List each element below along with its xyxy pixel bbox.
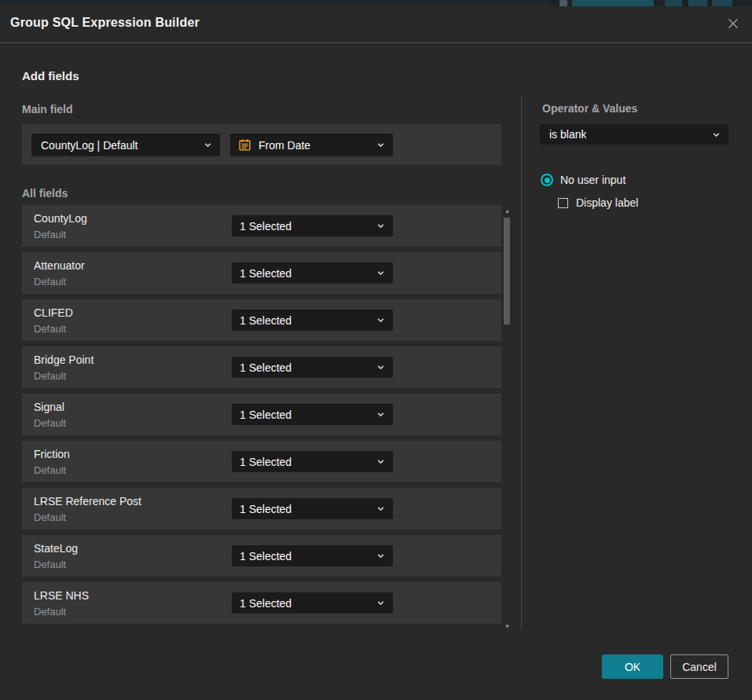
dropdown-value: 1 Selected [240,550,292,563]
field-subtitle: Default [34,464,66,476]
chevron-down-icon [376,363,385,372]
field-row: LRSE NHS Default 1 Selected [22,582,501,624]
field-subtitle: Default [34,323,66,335]
chevron-down-icon [376,410,385,419]
field-row: Signal Default 1 Selected [22,394,501,435]
group-sql-expression-builder-dialog: Group SQL Expression Builder Add fields … [0,6,752,700]
chevron-down-icon [376,457,385,466]
field-row: Friction Default 1 Selected [22,441,501,482]
chevron-down-icon [376,269,385,277]
main-field-source-dropdown[interactable]: CountyLog | Default [31,134,220,156]
field-name: Bridge Point [34,354,94,366]
all-fields-list: CountyLog Default 1 Selected Attenuator … [22,205,501,624]
field-selection-dropdown[interactable]: 1 Selected [232,262,393,284]
field-selection-dropdown[interactable]: 1 Selected [232,404,393,425]
field-subtitle: Default [34,559,66,570]
field-name: CountyLog [34,212,87,225]
field-row: Bridge Point Default 1 Selected [22,346,501,388]
field-name: CLIFED [34,306,73,319]
dropdown-value: is blank [549,128,586,141]
chevron-down-icon [712,130,721,139]
background-app-fragment [559,0,567,6]
chevron-down-icon [376,504,385,513]
vertical-divider [521,96,522,630]
field-row: LRSE Reference Post Default 1 Selected [22,488,501,530]
no-user-input-option[interactable]: No user input [541,174,625,186]
operator-dropdown[interactable]: is blank [540,124,728,145]
main-field-panel: CountyLog | Default From Date [22,124,501,165]
dropdown-value: 1 Selected [240,267,292,280]
chevron-down-icon [376,599,385,607]
chevron-down-icon [376,552,385,560]
scroll-down-arrow[interactable]: ▾ [502,622,512,630]
dropdown-value: 1 Selected [240,314,292,327]
field-subtitle: Default [34,370,66,382]
field-subtitle: Default [34,276,66,288]
field-subtitle: Default [34,511,66,523]
screen: Group SQL Expression Builder Add fields … [0,0,752,700]
field-row: Attenuator Default 1 Selected [22,252,501,294]
scrollbar[interactable]: ▴ ▾ [502,203,512,630]
dropdown-value: 1 Selected [240,361,292,374]
dropdown-value: 1 Selected [240,503,292,515]
display-label-label: Display label [576,196,638,209]
field-selection-dropdown[interactable]: 1 Selected [232,545,393,566]
add-fields-heading: Add fields [22,69,79,82]
dropdown-value: 1 Selected [240,220,292,233]
scroll-up-arrow[interactable]: ▴ [502,207,512,214]
field-name: Signal [34,401,64,413]
field-selection-dropdown[interactable]: 1 Selected [232,451,393,472]
close-icon [727,17,739,32]
main-field-field-dropdown[interactable]: From Date [230,134,393,156]
all-fields-label: All fields [22,187,68,200]
field-row: CLIFED Default 1 Selected [22,299,501,341]
field-name: Attenuator [34,259,85,272]
calendar-icon [238,138,251,152]
background-app-fragment [665,0,682,6]
chevron-down-icon [204,141,212,149]
field-row: StateLog Default 1 Selected [22,535,501,577]
background-app-fragment [712,0,732,6]
field-subtitle: Default [34,606,66,618]
dropdown-value: 1 Selected [240,597,292,610]
background-app-strip [0,0,752,6]
close-button[interactable] [725,16,741,32]
radio-dot [545,178,550,183]
field-selection-dropdown[interactable]: 1 Selected [232,357,393,378]
chevron-down-icon [376,316,385,324]
no-user-input-radio[interactable] [541,174,553,186]
dropdown-value: 1 Selected [240,456,292,468]
field-subtitle: Default [34,417,66,429]
field-row: CountyLog Default 1 Selected [22,205,501,247]
background-app-fragment [688,0,707,6]
field-name: LRSE Reference Post [34,495,141,508]
scrollbar-thumb[interactable] [504,218,510,324]
dropdown-value: 1 Selected [240,409,292,421]
chevron-down-icon [376,222,385,230]
field-name: Friction [34,448,70,460]
display-label-checkbox[interactable] [558,198,568,208]
dialog-title: Group SQL Expression Builder [10,16,200,30]
field-selection-dropdown[interactable]: 1 Selected [232,310,393,331]
dropdown-value: CountyLog | Default [41,139,138,152]
no-user-input-label: No user input [560,174,625,186]
field-subtitle: Default [34,229,66,240]
display-label-option[interactable]: Display label [558,196,638,209]
operator-values-label: Operator & Values [542,102,637,115]
chevron-down-icon [376,141,385,149]
field-selection-dropdown[interactable]: 1 Selected [232,592,393,614]
cancel-button[interactable]: Cancel [670,654,728,679]
background-app-fragment [572,0,654,6]
field-selection-dropdown[interactable]: 1 Selected [232,498,393,519]
dialog-title-bar: Group SQL Expression Builder [0,6,752,43]
field-name: StateLog [34,542,78,555]
ok-button[interactable]: OK [602,654,663,679]
field-selection-dropdown[interactable]: 1 Selected [232,215,393,236]
main-field-label: Main field [22,103,73,115]
dropdown-value: From Date [259,139,310,152]
field-name: LRSE NHS [34,589,89,602]
